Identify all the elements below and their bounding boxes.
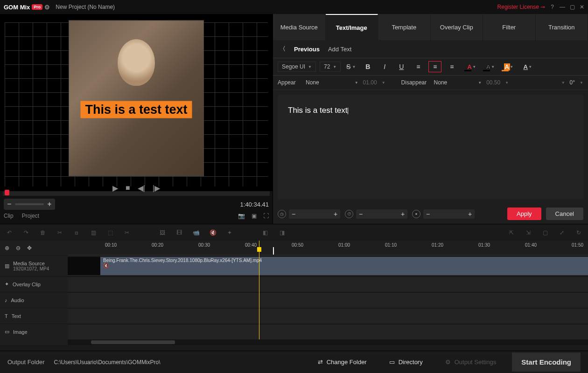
tab-overlay-clip[interactable]: Overlay Clip	[431, 14, 483, 40]
clip-gap[interactable]	[68, 257, 100, 275]
zoom-in-icon[interactable]: ⊕	[5, 245, 9, 251]
minimize-button[interactable]: —	[560, 4, 565, 10]
align-left-button[interactable]: ≡	[412, 61, 425, 72]
tab-media-source[interactable]: Media Source	[273, 14, 326, 40]
track-text[interactable]	[68, 308, 588, 324]
highlight-color-button[interactable]: A▼	[499, 61, 514, 72]
apply-button[interactable]: Apply	[507, 207, 541, 220]
zoom-control[interactable]: − +	[4, 199, 55, 210]
change-folder-button[interactable]: ⇄Change Folder	[311, 355, 373, 369]
directory-button[interactable]: ▭Directory	[383, 355, 429, 369]
bold-button[interactable]: B	[361, 61, 374, 72]
ruler-tick: 01:20	[432, 242, 443, 248]
image-icon[interactable]: 🖼	[158, 228, 167, 237]
appear-time[interactable]: 01.00	[363, 79, 377, 86]
text-icon[interactable]: ◨	[277, 228, 287, 237]
align-center-button[interactable]: ≡	[428, 61, 441, 72]
text-color-button[interactable]: A▼	[462, 61, 477, 72]
tool3-icon[interactable]: ▢	[540, 228, 550, 237]
project-tab[interactable]: Project	[22, 213, 39, 219]
underline-button[interactable]: U	[395, 61, 408, 72]
start-time-slider[interactable]: −+	[289, 209, 340, 219]
gear-icon[interactable]: ⚙	[44, 4, 50, 11]
output-settings-button[interactable]: ⚙Output Settings	[439, 355, 503, 369]
change-folder-icon: ⇄	[318, 359, 323, 366]
register-license-link[interactable]: Register License ⊸	[497, 4, 546, 10]
back-icon[interactable]: 〈	[280, 45, 286, 53]
track-audio[interactable]	[68, 292, 588, 308]
aspect-icon[interactable]: ▣	[252, 213, 257, 219]
duration-slider[interactable]: −+	[356, 209, 407, 219]
track-media[interactable]: Being.Frank.The.Chris.Sievey.Story.2018.…	[68, 256, 588, 276]
split-icon[interactable]: ⧈	[72, 228, 81, 237]
strikethrough-button[interactable]: S▼	[344, 61, 357, 72]
text-overlay[interactable]: This is a test text	[80, 101, 192, 118]
next-frame-button[interactable]: |▶	[153, 184, 160, 193]
output-folder-path: C:\Users\Usuario\Documents\GOMMixPro\	[54, 359, 161, 366]
settings-icon: ⚙	[445, 359, 451, 366]
duration-icon[interactable]: ⏱	[345, 210, 353, 218]
media-icon: ▥	[5, 263, 9, 269]
tool1-icon[interactable]: ⇱	[507, 228, 516, 237]
font-size-dropdown[interactable]: 72▼	[320, 62, 341, 72]
disappear-dropdown[interactable]: None▼	[434, 79, 482, 86]
clip-icon[interactable]: ▥	[89, 228, 98, 237]
media-clip[interactable]: Being.Frank.The.Chris.Sievey.Story.2018.…	[100, 257, 588, 275]
tool4-icon[interactable]: ⤢	[557, 228, 567, 237]
appear-dropdown[interactable]: None▼	[306, 79, 358, 86]
preview-canvas[interactable]: This is a test text	[0, 14, 273, 191]
outline-color-button[interactable]: A▼	[481, 61, 496, 72]
delete-icon[interactable]: 🗑	[38, 228, 48, 237]
marker[interactable]	[273, 247, 274, 255]
timeline-scrollbar[interactable]	[68, 339, 588, 345]
shadow-color-button[interactable]: A▼	[518, 61, 533, 72]
track-image[interactable]	[68, 324, 588, 339]
snapshot-icon[interactable]: 📷	[238, 213, 245, 219]
cut-icon[interactable]: ✂	[55, 228, 64, 237]
crop-icon[interactable]: ⬚	[105, 228, 115, 237]
tab-transition[interactable]: Transition	[536, 14, 588, 40]
video-icon[interactable]: 🎞	[175, 228, 184, 237]
tab-template[interactable]: Template	[378, 14, 431, 40]
align-right-button[interactable]: ≡	[445, 61, 458, 72]
font-family-dropdown[interactable]: Segoe UI▼	[278, 62, 316, 72]
fullscreen-icon[interactable]: ⛶	[263, 213, 269, 219]
cancel-button[interactable]: Cancel	[546, 207, 583, 220]
maximize-button[interactable]: ▢	[570, 4, 575, 10]
playhead[interactable]	[259, 241, 259, 339]
effect-icon[interactable]: ✦	[225, 228, 234, 237]
zoom-out-button[interactable]: −	[4, 199, 15, 210]
zoom-out-icon[interactable]: ⊖	[16, 245, 21, 251]
italic-button[interactable]: I	[378, 61, 391, 72]
zoom-in-button[interactable]: +	[44, 199, 55, 210]
redo-icon[interactable]: ↷	[21, 228, 31, 237]
mute-icon[interactable]: 🔇	[208, 228, 217, 237]
previous-button[interactable]: Previous	[294, 46, 320, 53]
end-time-slider[interactable]: −+	[423, 209, 475, 219]
help-icon[interactable]: ?	[551, 4, 554, 10]
tool2-icon[interactable]: ⇲	[524, 228, 533, 237]
overlay-icon[interactable]: ◧	[260, 228, 270, 237]
crop2-icon[interactable]: ✂	[122, 228, 132, 237]
close-button[interactable]: ✕	[580, 4, 584, 10]
fit-icon[interactable]: ✥	[27, 245, 32, 251]
start-encoding-button[interactable]: Start Encoding	[512, 352, 581, 372]
ruler-tick: 00:10	[105, 242, 117, 248]
video2-icon[interactable]: 📹	[191, 228, 201, 237]
text-input-area[interactable]: This is a test text	[278, 95, 583, 199]
clip-tab[interactable]: Clip	[4, 213, 14, 219]
stop-button[interactable]: ■	[126, 184, 130, 193]
tab-text-image[interactable]: Text/Image	[326, 14, 378, 40]
ruler-tick: 00:50	[292, 242, 303, 248]
prev-frame-button[interactable]: ◀|	[138, 184, 145, 193]
track-overlay[interactable]	[68, 276, 588, 292]
disappear-time[interactable]: 00.50	[486, 79, 500, 86]
play-button[interactable]: ▶	[112, 184, 118, 193]
timeline-ruler[interactable]: 00:1000:2000:3000:4000:5001:0001:1001:20…	[68, 241, 588, 256]
angle-value[interactable]: 0°	[570, 79, 575, 86]
start-time-icon[interactable]: ◷	[278, 210, 286, 218]
tab-filter[interactable]: Filter	[483, 14, 536, 40]
end-time-icon[interactable]	[412, 210, 420, 218]
undo-icon[interactable]: ↶	[5, 228, 14, 237]
tool5-icon[interactable]: ↻	[574, 228, 583, 237]
